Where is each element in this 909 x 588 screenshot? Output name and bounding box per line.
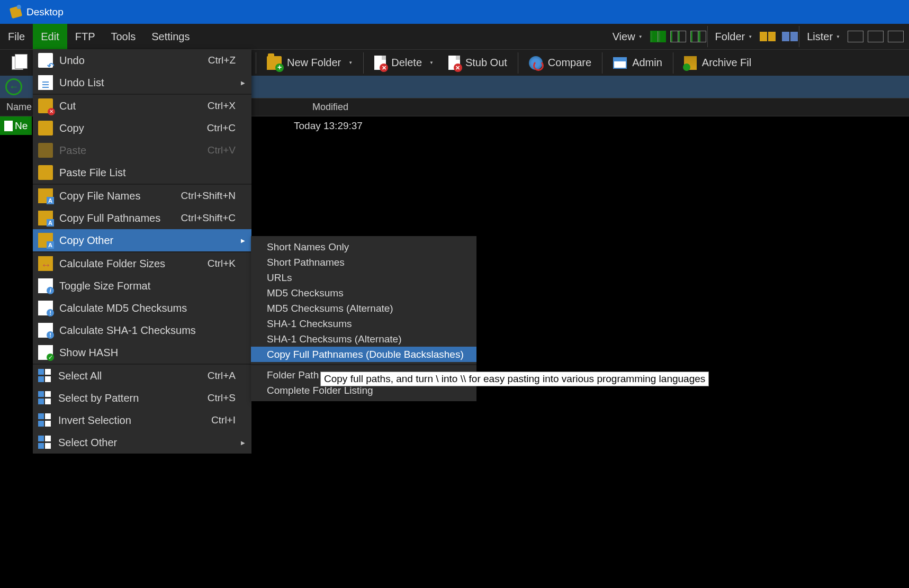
menu-item-label: Paste File List (59, 167, 126, 179)
col-name[interactable]: Name (0, 102, 32, 113)
admin-icon (613, 57, 627, 69)
folder-menu[interactable]: Folder (709, 24, 759, 49)
tb-archive[interactable]: Archive Fil (678, 50, 758, 76)
di-hash-icon (38, 345, 53, 360)
menu-item-label: Calculate SHA-1 Checksums (59, 324, 196, 337)
tb-stub-out[interactable]: Stub Out (442, 50, 514, 76)
menu-item-label: Copy Other (59, 234, 113, 247)
di-paste-icon (38, 143, 53, 158)
di-doc excl-icon (38, 323, 53, 338)
menubar: File Edit FTP Tools Settings View Folder… (0, 24, 909, 49)
di-copy-icon (38, 165, 53, 180)
tooltip: Copy full paths, and turn \ into \\ for … (320, 372, 709, 386)
menu-item-label: Select by Pattern (58, 392, 139, 404)
menu-shortcut: Ctrl+V (208, 144, 251, 156)
menu-item-select-all[interactable]: Select AllCtrl+A (33, 365, 251, 387)
submenu-item-sha-1-checksums-alternate-[interactable]: SHA-1 Checksums (Alternate) (251, 331, 476, 347)
menu-item-label: Copy (59, 122, 84, 134)
dual-folder-icon-2[interactable] (782, 32, 798, 41)
tb-compare[interactable]: Compare (523, 50, 598, 76)
app-icon (10, 5, 22, 18)
menu-item-copy-file-names[interactable]: Copy File NamesCtrl+Shift+N (33, 185, 251, 207)
submenu-item-short-pathnames[interactable]: Short Pathnames (251, 255, 476, 270)
tb-delete[interactable]: Delete (368, 50, 440, 76)
menu-shortcut: Ctrl+S (208, 392, 251, 404)
tb-copy[interactable] (5, 50, 30, 76)
di-copyA-icon (38, 188, 53, 203)
lister-mode-2-icon[interactable] (868, 31, 884, 42)
menu-item-invert-selection[interactable]: Invert SelectionCtrl+I (33, 409, 251, 431)
new-folder-icon (267, 56, 282, 70)
tb-new-folder[interactable]: New Folder (260, 50, 359, 76)
menu-item-select-by-pattern[interactable]: Select by PatternCtrl+S (33, 387, 251, 409)
menu-item-label: Paste (59, 144, 86, 157)
view-mode-2-icon[interactable] (670, 31, 686, 42)
submenu-item-copy-full-pathnames-double-backslashes-[interactable]: Copy Full Pathnames (Double Backslashes) (251, 347, 476, 362)
menu-item-calculate-folder-sizes[interactable]: Calculate Folder SizesCtrl+K (33, 252, 251, 275)
menu-item-calculate-sha-1-checksums[interactable]: Calculate SHA-1 Checksums (33, 319, 251, 341)
menu-edit[interactable]: Edit (33, 24, 67, 49)
lister-menu[interactable]: Lister (800, 24, 847, 49)
menu-item-paste-file-list[interactable]: Paste File List (33, 161, 251, 184)
menu-item-label: Cut (59, 100, 76, 112)
menu-file[interactable]: File (0, 24, 33, 49)
tb-admin[interactable]: Admin (607, 50, 669, 76)
submenu-item-md5-checksums-alternate-[interactable]: MD5 Checksums (Alternate) (251, 301, 476, 316)
back-button[interactable]: ← (0, 76, 28, 98)
delete-icon (374, 56, 386, 70)
menu-item-calculate-md5-checksums[interactable]: Calculate MD5 Checksums (33, 297, 251, 319)
submenu-item-sha-1-checksums[interactable]: SHA-1 Checksums (251, 316, 476, 331)
menu-item-cut[interactable]: CutCtrl+X (33, 95, 251, 117)
menu-item-label: Select All (58, 370, 102, 382)
menu-item-label: Copy Full Pathnames (59, 212, 160, 224)
di-copy-icon (38, 121, 53, 135)
menu-item-paste[interactable]: PasteCtrl+V (33, 139, 251, 161)
lister-mode-1-icon[interactable] (848, 31, 863, 42)
menu-ftp[interactable]: FTP (67, 24, 103, 49)
dual-folder-icon-1[interactable] (760, 32, 776, 41)
title-text: Desktop (26, 6, 64, 18)
menu-item-label: Calculate MD5 Checksums (59, 302, 187, 314)
menu-shortcut: Ctrl+Shift+C (181, 212, 251, 224)
menu-item-select-other[interactable]: Select Other (33, 431, 251, 454)
di-sel inv-icon (38, 413, 52, 427)
di-doc excl-icon (38, 301, 53, 315)
submenu-separator (251, 364, 476, 365)
menu-item-label: Copy File Names (59, 190, 140, 202)
view-menu[interactable]: View (606, 24, 649, 49)
di-sel all-icon (38, 369, 52, 383)
di-copyA-icon (38, 233, 53, 248)
titlebar: Desktop (0, 0, 909, 24)
menu-item-copy[interactable]: CopyCtrl+C (33, 117, 251, 139)
lister-mode-3-icon[interactable] (888, 31, 904, 42)
stub-out-icon (448, 56, 460, 70)
menu-item-copy-full-pathnames[interactable]: Copy Full PathnamesCtrl+Shift+C (33, 207, 251, 229)
menu-item-undo-list[interactable]: Undo List (33, 71, 251, 94)
view-mode-1-icon[interactable] (650, 31, 666, 42)
document-icon (4, 121, 13, 131)
view-mode-3-icon[interactable] (690, 31, 706, 42)
menu-shortcut: Ctrl+A (208, 370, 251, 382)
di-list-icon (38, 75, 53, 90)
menu-settings[interactable]: Settings (143, 24, 197, 49)
menu-shortcut: Ctrl+Z (208, 55, 251, 66)
menu-item-label: Select Other (58, 437, 117, 449)
menu-item-undo[interactable]: UndoCtrl+Z (33, 49, 251, 71)
menu-item-copy-other[interactable]: Copy Other (33, 229, 251, 251)
menu-tools[interactable]: Tools (103, 24, 143, 49)
file-name-cell: Ne (0, 116, 32, 135)
menu-item-label: Show HASH (59, 347, 118, 359)
submenu-item-urls[interactable]: URLs (251, 270, 476, 285)
submenu-item-md5-checksums[interactable]: MD5 Checksums (251, 285, 476, 301)
submenu-item-short-names-only[interactable]: Short Names Only (251, 239, 476, 255)
menu-shortcut: Ctrl+C (207, 122, 251, 134)
di-undo-icon (38, 53, 53, 68)
menu-item-toggle-size-format[interactable]: Toggle Size Format (33, 275, 251, 297)
menu-shortcut: Ctrl+K (208, 258, 251, 269)
menu-item-label: Undo (59, 55, 85, 67)
menu-item-label: Toggle Size Format (59, 280, 150, 292)
menu-shortcut: Ctrl+I (211, 414, 251, 426)
menu-item-show-hash[interactable]: Show HASH (33, 341, 251, 364)
menu-shortcut: Ctrl+Shift+N (181, 190, 251, 202)
menu-item-label: Calculate Folder Sizes (59, 258, 165, 270)
